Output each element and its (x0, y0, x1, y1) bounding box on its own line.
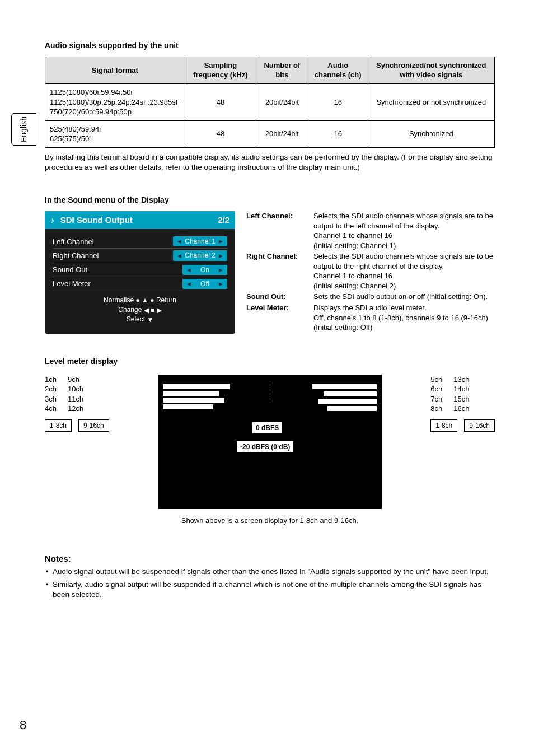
osd-footer-hints: Normalise ● ▲ ● Return Change ◀ ■ ▶ Sele… (53, 291, 227, 325)
label-0dbfs: 0 dBFS (252, 422, 283, 434)
ch-label: 5ch (430, 375, 442, 385)
btn-9-16ch: 9-16ch (464, 419, 495, 432)
chevron-right-icon: ▶ (157, 306, 162, 315)
th-num-bits: Number of bits (256, 57, 308, 83)
osd-item-label: Sound Out (53, 265, 87, 275)
circle-icon: ● (135, 296, 139, 305)
th-sync: Synchronized/not synchronized with video… (368, 57, 494, 83)
cell-ch: 16 (308, 120, 368, 147)
ch-label: 4ch (45, 404, 57, 414)
ch-label: 14ch (453, 384, 469, 394)
cell-freq: 48 (185, 120, 256, 147)
chevron-right-icon: ▶ (219, 238, 223, 245)
table-row: 1125(1080)/60i:59.94i:50i 1125(1080)/30p… (45, 83, 495, 120)
ch-label: 3ch (45, 394, 57, 404)
osd-item-value: On (200, 265, 209, 274)
chevron-right-icon: ▶ (219, 253, 223, 259)
def-label: Left Channel: (246, 211, 313, 250)
ch-label: 16ch (453, 404, 469, 414)
ch-label: 9ch (68, 375, 83, 385)
chevron-left-icon: ◀ (187, 281, 191, 287)
chevron-left-icon: ◀ (177, 238, 181, 245)
osd-item-label: Level Meter (53, 279, 91, 289)
ch-label: 11ch (68, 394, 83, 404)
cell-fmt: 1125(1080)/60i:59.94i:50i 1125(1080)/30p… (45, 83, 185, 120)
th-signal-format: Signal format (45, 57, 185, 83)
language-tab: English (11, 113, 36, 146)
note-item: Similarly, audio signal output will be s… (53, 580, 495, 600)
th-sampling-freq: Sampling frequency (kHz) (185, 57, 256, 83)
th-audio-channels: Audio channels (ch) (308, 57, 368, 83)
meter-caption: Shown above is a screen display for 1-8c… (158, 516, 382, 526)
level-meter-heading: Level meter display (45, 356, 495, 367)
cell-bits: 20bit/24bit (256, 120, 308, 147)
btn-9-16ch: 9-16ch (78, 419, 109, 432)
btn-1-8ch: 1-8ch (430, 419, 457, 432)
table-row: 525(480)/59.94i 625(575)/50i 48 20bit/24… (45, 120, 495, 147)
def-label: Level Meter: (246, 303, 313, 333)
chevron-right-icon: ▶ (219, 267, 223, 273)
osd-item-label: Right Channel (53, 251, 99, 261)
osd-page-indicator: 2/2 (218, 214, 229, 226)
osd-item-right-channel[interactable]: Right Channel ◀Channel 2▶ (53, 249, 227, 263)
def-text: Sets the SDI audio output on or off (ini… (313, 292, 495, 302)
btn-1-8ch: 1-8ch (45, 419, 72, 432)
audio-signals-heading: Audio signals supported by the unit (45, 40, 495, 51)
signal-format-table: Signal format Sampling frequency (kHz) N… (45, 57, 495, 148)
def-label: Right Channel: (246, 251, 313, 291)
triangle-up-icon: ▲ (142, 296, 148, 305)
ch-label: 15ch (453, 394, 469, 404)
chevron-left-icon: ◀ (177, 253, 181, 259)
cell-sync: Synchronized (368, 120, 494, 147)
osd-item-level-meter[interactable]: Level Meter ◀Off▶ (53, 277, 227, 291)
definitions-block: Left Channel:Selects the SDI audio chann… (246, 211, 495, 334)
chevron-left-icon: ◀ (144, 306, 149, 315)
chevron-right-icon: ▶ (219, 281, 223, 287)
stop-icon: ■ (151, 306, 154, 315)
osd-item-left-channel[interactable]: Left Channel ◀Channel 1▶ (53, 235, 227, 249)
osd-title: SDI Sound Output (60, 215, 133, 225)
cell-sync: Synchronized or not synchronized (368, 83, 494, 120)
label-minus20dbfs: -20 dBFS (0 dB) (236, 441, 294, 453)
ch-label: 13ch (453, 375, 469, 385)
osd-item-value: Channel 2 (185, 251, 216, 260)
chevron-left-icon: ◀ (187, 267, 191, 273)
right-channel-labels: 5ch 6ch 7ch 8ch 13ch 14ch 15ch 16ch 1-8c… (430, 375, 495, 432)
sound-menu-heading: In the Sound menu of the Display (45, 195, 495, 206)
cell-freq: 48 (185, 83, 256, 120)
ch-label: 10ch (68, 384, 83, 394)
ch-label: 1ch (45, 375, 57, 385)
osd-item-value: Off (200, 279, 209, 288)
notes-heading: Notes: (45, 553, 495, 564)
ch-label: 6ch (430, 384, 442, 394)
cell-ch: 16 (308, 83, 368, 120)
notes-list: Audio signal output will be suspended if… (45, 567, 495, 600)
osd-item-sound-out[interactable]: Sound Out ◀On▶ (53, 263, 227, 277)
meter-col-right (287, 383, 377, 503)
osd-item-label: Left Channel (53, 237, 94, 247)
ch-label: 12ch (68, 404, 83, 414)
def-label: Sound Out: (246, 292, 313, 302)
left-channel-labels: 1ch 2ch 3ch 4ch 9ch 10ch 11ch 12ch 1-8ch… (45, 375, 109, 432)
osd-panel: ♪ SDI Sound Output 2/2 Left Channel ◀Cha… (45, 211, 235, 334)
ch-label: 8ch (430, 404, 442, 414)
ch-label: 7ch (430, 394, 442, 404)
def-text: Selects the SDI audio channels whose sig… (313, 251, 495, 291)
osd-item-value: Channel 1 (185, 237, 216, 246)
def-text: Selects the SDI audio channels whose sig… (313, 211, 495, 250)
triangle-down-icon: ▼ (147, 315, 153, 325)
def-text: Displays the SDI audio level meter. Off,… (313, 303, 495, 333)
note-item: Audio signal output will be suspended if… (53, 567, 495, 577)
ch-label: 2ch (45, 384, 57, 394)
cell-fmt: 525(480)/59.94i 625(575)/50i (45, 120, 185, 147)
music-note-icon: ♪ (50, 215, 55, 225)
install-note: By installing this terminal board in a c… (45, 152, 495, 172)
osd-header: ♪ SDI Sound Output 2/2 (45, 211, 235, 229)
circle-icon: ● (150, 296, 154, 305)
cell-bits: 20bit/24bit (256, 83, 308, 120)
